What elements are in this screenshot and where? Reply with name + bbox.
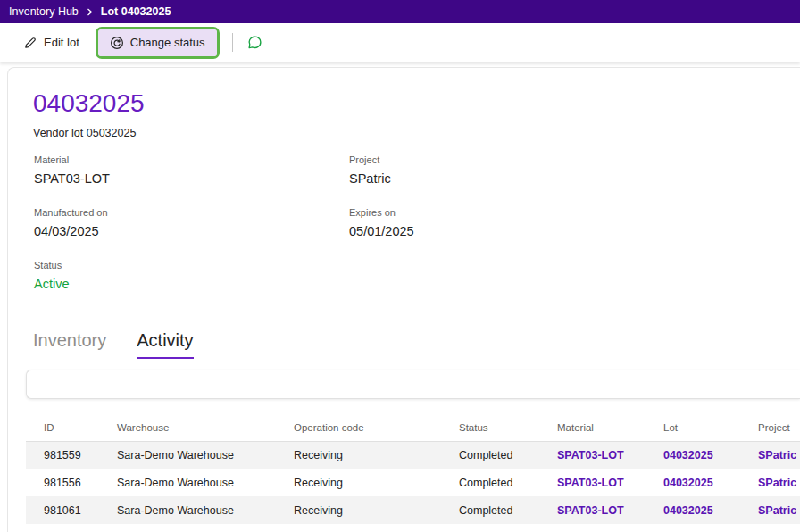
column-header-warehouse[interactable]: Warehouse (117, 414, 294, 441)
comments-button[interactable] (244, 31, 266, 54)
cell-material-link[interactable]: SPAT03-LOT (557, 496, 663, 524)
field-project: Project SPatric (349, 154, 800, 186)
field-label: Status (34, 260, 349, 270)
field-value: SPAT03-LOT (34, 171, 349, 186)
annotation-highlight: Change status (96, 27, 220, 59)
cell-material-link[interactable]: SPAT03-LOT (557, 441, 663, 469)
cell-lot-link[interactable]: 04032025 (663, 469, 758, 496)
status-badge: Active (34, 277, 349, 291)
field-material: Material SPAT03-LOT (34, 154, 349, 186)
tab-inventory[interactable]: Inventory (33, 330, 106, 359)
toolbar-divider (232, 33, 233, 52)
chat-bubble-icon (247, 35, 262, 50)
cell-status: Completed (459, 441, 557, 469)
cell-id: 981061 (26, 496, 117, 524)
arrow-sync-circle-icon (110, 36, 124, 50)
column-header-id[interactable]: ID (26, 414, 117, 441)
cell-project-link[interactable]: SPatric (758, 496, 800, 524)
field-label: Project (349, 154, 800, 165)
lot-detail-card: 04032025 Vendor lot 05032025 Material SP… (7, 67, 800, 532)
cell-lot-link[interactable]: 04032025 (663, 496, 758, 524)
cell-status: Completed (459, 496, 557, 524)
edit-lot-button[interactable]: Edit lot (14, 29, 88, 56)
field-label: Material (34, 154, 349, 165)
command-bar: Edit lot Change status (0, 23, 800, 62)
cell-operation-code: Receiving (294, 441, 459, 469)
change-status-button[interactable]: Change status (98, 29, 217, 56)
field-label: Expires on (349, 207, 800, 218)
field-expires-on: Expires on 05/01/2025 (349, 207, 800, 238)
edit-lot-label: Edit lot (44, 36, 79, 49)
field-value: 05/01/2025 (349, 224, 800, 238)
table-row[interactable]: 981061 Sara-Demo Warehouse Receiving Com… (26, 496, 800, 524)
column-header-project[interactable]: Project (758, 414, 800, 441)
cell-project-link[interactable]: SPatric (758, 469, 800, 496)
column-header-operation-code[interactable]: Operation code (294, 414, 459, 441)
page-title: 04032025 (33, 90, 800, 117)
cell-id: 981556 (26, 469, 117, 496)
tab-bar: Inventory Activity (8, 330, 800, 359)
table-row[interactable]: 981559 Sara-Demo Warehouse Receiving Com… (26, 441, 800, 469)
cell-warehouse: Sara-Demo Warehouse (117, 469, 294, 496)
cell-warehouse: Sara-Demo Warehouse (117, 496, 294, 524)
table-header-row: ID Warehouse Operation code Status Mater… (26, 414, 800, 441)
cell-lot-link[interactable]: 04032025 (663, 441, 758, 469)
column-header-lot[interactable]: Lot (663, 414, 758, 441)
table-row[interactable]: 981556 Sara-Demo Warehouse Receiving Com… (26, 469, 800, 496)
field-label: Manufactured on (34, 207, 349, 218)
breadcrumb: Inventory Hub Lot 04032025 (0, 0, 800, 23)
cell-warehouse: Sara-Demo Warehouse (117, 441, 294, 469)
field-status: Status Active (34, 260, 349, 291)
cell-status: Completed (459, 469, 557, 496)
table-filter-bar[interactable] (26, 370, 800, 399)
change-status-label: Change status (130, 36, 205, 49)
cell-operation-code: Receiving (294, 469, 459, 496)
column-header-material[interactable]: Material (557, 414, 663, 441)
vendor-lot-subtitle: Vendor lot 05032025 (33, 127, 800, 139)
lot-fields: Material SPAT03-LOT Project SPatric Manu… (8, 154, 800, 291)
pencil-icon (23, 36, 38, 50)
activity-table: ID Warehouse Operation code Status Mater… (26, 414, 800, 524)
cell-material-link[interactable]: SPAT03-LOT (557, 469, 663, 496)
cell-operation-code: Receiving (294, 496, 459, 524)
cell-id: 981559 (26, 441, 117, 469)
chevron-right-icon (87, 8, 93, 16)
tab-activity[interactable]: Activity (137, 330, 193, 359)
cell-project-link[interactable]: SPatric (758, 441, 800, 469)
field-value: 04/03/2025 (34, 224, 349, 238)
field-value: SPatric (349, 171, 800, 186)
breadcrumb-inventory-hub[interactable]: Inventory Hub (9, 5, 79, 18)
breadcrumb-current-lot: Lot 04032025 (101, 5, 171, 18)
field-manufactured-on: Manufactured on 04/03/2025 (34, 207, 349, 238)
column-header-status[interactable]: Status (459, 414, 557, 441)
